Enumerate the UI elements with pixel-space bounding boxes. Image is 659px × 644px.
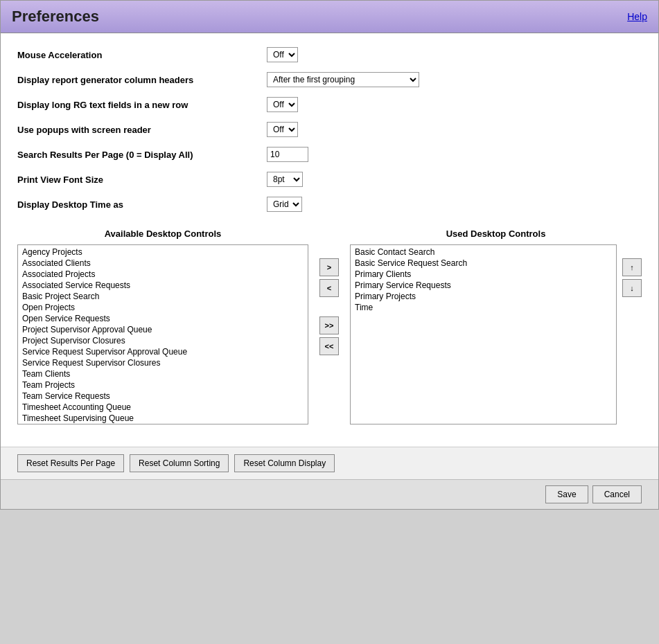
use-popups-label: Use popups with screen reader <box>17 125 267 135</box>
dc-middle-buttons: > < >> << <box>308 244 350 355</box>
dc-layout: Agency ProjectsAssociated ClientsAssocia… <box>17 244 642 424</box>
desktop-controls-section: Available Desktop Controls Used Desktop … <box>17 229 642 433</box>
preferences-window: Preferences Help Mouse Acceleration Off … <box>0 0 659 510</box>
move-right-button[interactable]: > <box>319 258 339 276</box>
page-title: Preferences <box>12 8 99 26</box>
used-controls-title: Used Desktop Controls <box>350 229 642 239</box>
display-desktop-label: Display Desktop Time as <box>17 199 267 210</box>
list-item[interactable]: Basic Project Search <box>19 291 306 302</box>
list-item[interactable]: Team Service Requests <box>19 391 306 402</box>
list-item[interactable]: Team Projects <box>19 379 306 391</box>
move-up-button[interactable]: ↑ <box>622 258 642 276</box>
move-all-left-button[interactable]: << <box>319 337 339 355</box>
display-rg-label: Display report generator column headers <box>17 75 267 85</box>
display-rg-select[interactable]: After the first grouping Always Never <box>267 72 419 87</box>
display-desktop-row: Display Desktop Time as Grid List <box>17 197 642 212</box>
list-item[interactable]: Team Clients <box>19 368 306 379</box>
list-item[interactable]: Primary Service Requests <box>352 280 615 291</box>
list-item[interactable]: Primary Clients <box>352 269 615 280</box>
list-item[interactable]: Timesheet Accounting Queue <box>19 402 306 413</box>
mouse-acceleration-select[interactable]: Off On <box>267 47 298 62</box>
print-font-label: Print View Font Size <box>17 175 267 185</box>
list-item[interactable]: Service Request Supervisor Approval Queu… <box>19 346 306 357</box>
use-popups-select[interactable]: Off On <box>267 122 298 137</box>
available-controls-title: Available Desktop Controls <box>17 229 308 239</box>
list-item[interactable]: Agency Projects <box>19 247 306 258</box>
header: Preferences Help <box>1 1 658 33</box>
move-down-button[interactable]: ↓ <box>622 279 642 297</box>
list-item[interactable]: Project Supervisor Closures <box>19 335 306 346</box>
cancel-button[interactable]: Cancel <box>592 485 642 503</box>
list-item[interactable]: Project Supervisor Approval Queue <box>19 324 306 335</box>
display-long-row: Display long RG text fields in a new row… <box>17 97 642 112</box>
list-item[interactable]: Associated Service Requests <box>19 280 306 291</box>
reset-sorting-button[interactable]: Reset Column Sorting <box>130 454 229 472</box>
footer-bar: Save Cancel <box>1 479 658 509</box>
main-content: Mouse Acceleration Off On Display report… <box>1 33 658 447</box>
print-font-row: Print View Font Size 6pt 7pt 8pt 9pt 10p… <box>17 172 642 187</box>
bottom-buttons-bar: Reset Results Per Page Reset Column Sort… <box>1 447 658 479</box>
list-item[interactable]: Basic Service Request Search <box>352 258 615 269</box>
display-long-label: Display long RG text fields in a new row <box>17 100 267 110</box>
reset-results-button[interactable]: Reset Results Per Page <box>17 454 124 472</box>
dc-right-area: Basic Contact SearchBasic Service Reques… <box>350 244 642 424</box>
list-item[interactable]: Time <box>352 302 615 313</box>
dc-updown-buttons: ↑ ↓ <box>622 244 642 297</box>
mouse-acceleration-row: Mouse Acceleration Off On <box>17 47 642 62</box>
move-all-right-button[interactable]: >> <box>319 316 339 334</box>
display-desktop-select[interactable]: Grid List <box>267 197 302 212</box>
list-item[interactable]: Timesheet Supervising Queue <box>19 413 306 424</box>
used-listbox[interactable]: Basic Contact SearchBasic Service Reques… <box>350 244 617 424</box>
search-results-label: Search Results Per Page (0 = Display All… <box>17 150 267 160</box>
use-popups-row: Use popups with screen reader Off On <box>17 122 642 137</box>
help-link[interactable]: Help <box>627 11 647 22</box>
search-results-row: Search Results Per Page (0 = Display All… <box>17 147 642 162</box>
list-item[interactable]: Associated Clients <box>19 258 306 269</box>
print-font-select[interactable]: 6pt 7pt 8pt 9pt 10pt 11pt 12pt <box>267 172 303 187</box>
move-left-button[interactable]: < <box>319 279 339 297</box>
mouse-acceleration-label: Mouse Acceleration <box>17 50 267 60</box>
save-button[interactable]: Save <box>545 485 588 503</box>
list-item[interactable]: Associated Projects <box>19 269 306 280</box>
search-results-input[interactable]: 10 <box>267 147 308 162</box>
reset-display-button[interactable]: Reset Column Display <box>234 454 335 472</box>
list-item[interactable]: Primary Projects <box>352 291 615 302</box>
display-rg-row: Display report generator column headers … <box>17 72 642 87</box>
desktop-controls-header: Available Desktop Controls Used Desktop … <box>17 229 642 239</box>
list-item[interactable]: Open Service Requests <box>19 313 306 324</box>
list-item[interactable]: Open Projects <box>19 302 306 313</box>
display-long-select[interactable]: Off On <box>267 97 298 112</box>
list-item[interactable]: Basic Contact Search <box>352 247 615 258</box>
available-listbox[interactable]: Agency ProjectsAssociated ClientsAssocia… <box>17 244 308 424</box>
list-item[interactable]: Service Request Supervisor Closures <box>19 357 306 368</box>
